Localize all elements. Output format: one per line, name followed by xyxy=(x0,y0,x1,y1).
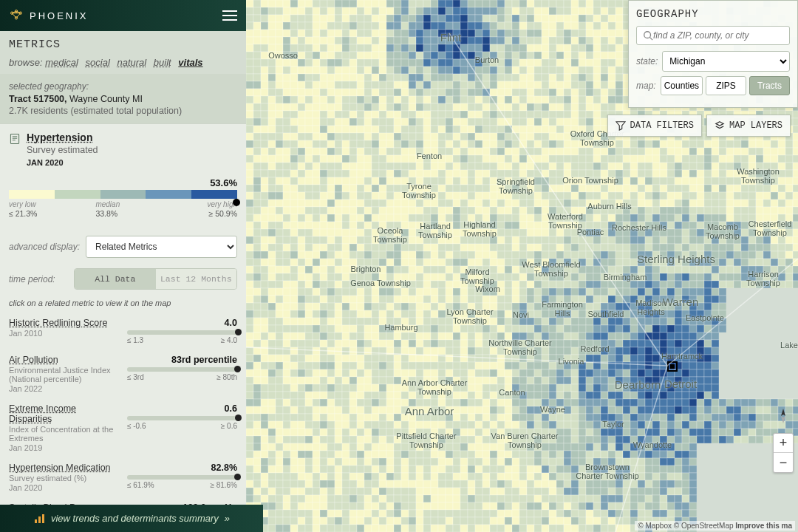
browse-row: browse: medical social natural built vit… xyxy=(9,57,237,68)
search-icon xyxy=(643,30,653,41)
related-metric: Hypertension MedicationSurvey estimated … xyxy=(0,458,246,498)
metric-date: JAN 2020 xyxy=(27,158,98,167)
zoom-out-button[interactable]: − xyxy=(774,453,793,472)
browse-medical[interactable]: medical xyxy=(45,57,78,68)
geo-label: selected geography: xyxy=(9,81,237,92)
funnel-icon xyxy=(615,120,626,131)
related-name[interactable]: Hypertension Medication xyxy=(9,463,120,473)
browse-vitals[interactable]: vitals xyxy=(178,57,202,68)
time-period-row: time period: All Data Last 12 Months xyxy=(0,264,246,297)
geo-search[interactable] xyxy=(636,26,790,45)
related-metric: Historic Redlining ScoreJan 20104.0≤ 1.3… xyxy=(0,313,246,350)
advanced-display-row: advanced display: Related Metrics xyxy=(0,230,246,264)
menu-button[interactable] xyxy=(222,7,237,24)
related-value: 82.8% xyxy=(127,463,237,473)
scale-qual-labels: very lowmedianvery high xyxy=(9,200,237,208)
geo-population: 2.7K residents (estimated total populati… xyxy=(9,106,237,116)
related-name[interactable]: Historic Redlining Score xyxy=(9,318,120,328)
related-metric: Air PollutionEnvironmental Justice Index… xyxy=(0,350,246,399)
browse-label: browse: xyxy=(9,57,43,68)
related-value: 4.0 xyxy=(127,318,237,328)
map-attribution: © Mapbox © OpenStreetMap Improve this ma xyxy=(635,521,795,531)
svg-rect-7 xyxy=(42,514,44,523)
related-value: 0.6 xyxy=(127,403,237,414)
geography-panel: GEOGRAPHY state: Michigan map: CountiesZ… xyxy=(628,0,798,108)
related-metric: Extreme Income DisparitiesIndex of Conce… xyxy=(0,399,246,458)
improve-map-link[interactable]: Improve this ma xyxy=(735,522,792,530)
metric-value: 53.6% xyxy=(9,177,237,188)
state-select[interactable]: Michigan xyxy=(662,51,790,72)
svg-marker-9 xyxy=(781,409,785,416)
scale-value-labels: ≤ 21.3%33.8%≥ 50.9% xyxy=(9,209,237,218)
scale-marker-icon xyxy=(233,199,240,206)
primary-metric: Hypertension Survey estimated JAN 2020 5… xyxy=(0,123,246,230)
related-hint: click on a related metric to view it on … xyxy=(0,297,246,313)
time-12-button[interactable]: Last 12 Months xyxy=(156,269,237,289)
metrics-header: METRICS browse: medical social natural b… xyxy=(0,31,246,74)
header-bar: PHOENIX xyxy=(0,0,246,31)
level-zips[interactable]: ZIPS xyxy=(706,76,746,95)
metrics-title: METRICS xyxy=(9,38,237,51)
phoenix-icon xyxy=(9,8,24,23)
trends-summary-button[interactable]: view trends and determinants summary » xyxy=(0,505,263,532)
document-icon xyxy=(9,133,21,145)
selected-geography: selected geography: Tract 517500, Wayne … xyxy=(0,74,246,123)
map-view[interactable]: FlintOwossoBurtonOxford CharterTownshipF… xyxy=(246,0,798,532)
adv-select[interactable]: Related Metrics xyxy=(86,236,237,258)
metric-scale: 53.6% very lowmedianvery high ≤ 21.3%33.… xyxy=(9,177,237,218)
state-label: state: xyxy=(636,56,658,66)
level-counties[interactable]: Counties xyxy=(661,76,703,95)
compass-button[interactable] xyxy=(774,407,792,425)
layers-icon xyxy=(715,120,725,131)
svg-rect-5 xyxy=(35,519,37,523)
metric-subtitle: Survey estimated xyxy=(27,145,98,155)
map-layers-button[interactable]: MAP LAYERS xyxy=(706,115,791,137)
geo-panel-title: GEOGRAPHY xyxy=(636,8,790,20)
related-value: 83rd percentile xyxy=(127,355,237,365)
browse-built[interactable]: built xyxy=(154,57,171,68)
related-name[interactable]: Air Pollution xyxy=(9,355,120,365)
zoom-in-button[interactable]: + xyxy=(774,434,793,453)
adv-label: advanced display: xyxy=(9,242,80,252)
chevron-right-icon: » xyxy=(225,513,230,524)
svg-rect-4 xyxy=(10,134,18,144)
zoom-control: + − xyxy=(773,433,794,473)
browse-social[interactable]: social xyxy=(86,57,110,68)
related-name[interactable]: Extreme Income Disparities xyxy=(9,403,120,424)
metric-name[interactable]: Hypertension xyxy=(27,132,98,143)
geo-name: Tract 517500, Wayne County MI xyxy=(9,94,237,104)
time-all-button[interactable]: All Data xyxy=(75,269,156,289)
sidebar: METRICS browse: medical social natural b… xyxy=(0,31,246,505)
time-label: time period: xyxy=(9,274,68,284)
brand-logo[interactable]: PHOENIX xyxy=(9,8,89,23)
svg-marker-10 xyxy=(781,416,785,423)
data-filters-button[interactable]: DATA FILTERS xyxy=(607,115,702,137)
related-metric: Systolic Blood PressureEmergency departm… xyxy=(0,498,246,505)
svg-rect-6 xyxy=(38,516,41,523)
svg-point-8 xyxy=(644,32,651,38)
level-tracts[interactable]: Tracts xyxy=(749,76,790,95)
map-level-label: map: xyxy=(636,81,656,91)
geo-search-input[interactable] xyxy=(653,30,783,41)
browse-natural[interactable]: natural xyxy=(117,57,146,68)
bar-chart-icon xyxy=(33,513,45,525)
brand-name: PHOENIX xyxy=(30,10,89,21)
